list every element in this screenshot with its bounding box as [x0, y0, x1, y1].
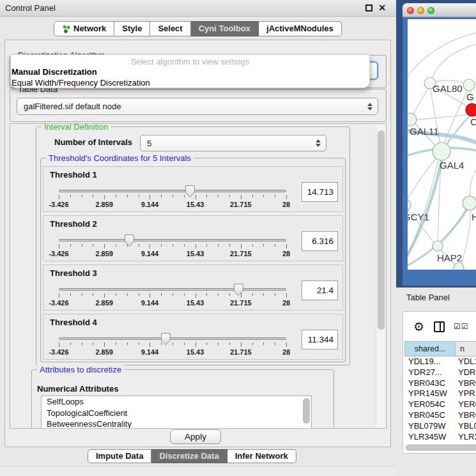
cell-name: YER0 [456, 399, 476, 410]
slider-tick-labels: -3.4262.8599.14415.4321.71528 [59, 250, 286, 257]
threshold-value-field[interactable]: 11.344 [302, 330, 338, 349]
table-horizontal-scrollbar[interactable] [405, 444, 476, 451]
slider-track[interactable] [59, 239, 286, 242]
bottom-tabbar: Impute Data Discretize Data Infer Networ… [88, 449, 296, 463]
network-view-window: GAL80GCGAL11GAL4GCY1HHAP2 [403, 3, 476, 286]
threshold-slider[interactable]: -3.4262.8599.14415.4321.71528 [59, 283, 286, 309]
table-row[interactable]: YBR045CYBR0 [404, 410, 476, 421]
table-rows: YDL19...YDL1YDR27...YDR2YBR043CYBR0YPR14… [404, 357, 476, 453]
minimize-traffic-light-icon[interactable] [417, 7, 424, 14]
cell-name: YDR2 [456, 367, 476, 378]
network-node-label: H [472, 211, 476, 222]
slider-track[interactable] [59, 337, 286, 340]
close-traffic-light-icon[interactable] [407, 7, 414, 14]
gear-icon[interactable]: ⚙ [413, 319, 424, 334]
popup-item-manual-discretization[interactable]: Manual Discretization [12, 67, 97, 77]
network-canvas[interactable]: GAL80GCGAL11GAL4GCY1HHAP2 [408, 19, 476, 270]
settings-vertical-scrollbar[interactable] [376, 125, 385, 427]
thresholds-stack: Threshold 1-3.4262.8599.14415.4321.71528… [41, 158, 345, 360]
attribute-list-item[interactable]: SelfLoops [42, 396, 311, 408]
tab-impute-data[interactable]: Impute Data [88, 449, 151, 463]
slider-ticks [59, 293, 286, 298]
threshold-panel-1: Threshold 1-3.4262.8599.14415.4321.71528… [43, 166, 343, 212]
network-graph: GAL80GCGAL11GAL4GCY1HHAP2 [408, 19, 476, 270]
tab-jactivemnodules[interactable]: jActiveMNodules [259, 21, 342, 36]
threshold-slider[interactable]: -3.4262.8599.14415.4321.71528 [59, 234, 286, 259]
attribute-list-item[interactable]: TopologicalCoefficient [42, 408, 311, 419]
threshold-value-field[interactable]: 14.713 [302, 182, 338, 202]
threshold-panel-4: Threshold 4-3.4262.8599.14415.4321.71528… [43, 314, 343, 360]
threshold-label: Threshold 2 [50, 219, 97, 229]
desktop-background: GAL80GCGAL11GAL4GCY1HHAP2 [396, 0, 476, 288]
network-node-gal4[interactable] [433, 142, 450, 160]
network-node-c[interactable] [466, 104, 476, 116]
slider-track[interactable] [59, 190, 286, 192]
zoom-traffic-light-icon[interactable] [427, 7, 434, 14]
network-window-titlebar [403, 3, 476, 17]
cell-name: YPR1 [456, 388, 476, 399]
tab-infer-network[interactable]: Infer Network [227, 449, 296, 463]
threshold-slider[interactable]: -3.4262.8599.14415.4321.71528 [59, 332, 286, 358]
threshold-slider[interactable]: -3.4262.8599.14415.4321.71528 [59, 185, 286, 210]
thresholds-group: Threshold's Coordinates for 5 Intervals … [40, 158, 346, 362]
columns-icon[interactable] [434, 321, 445, 332]
table-data-select[interactable]: galFiltered.sif default node [17, 98, 378, 115]
threshold-label: Threshold 4 [50, 318, 97, 327]
network-node[interactable] [454, 263, 464, 270]
table-data-selected-value: galFiltered.sif default node [24, 98, 121, 115]
threshold-panel-2: Threshold 2-3.4262.8599.14415.4321.71528… [43, 215, 343, 261]
cell-shared-name: YDL19... [404, 357, 456, 367]
table-toolbar: ⚙ ☑☑ [403, 312, 476, 341]
network-node-g[interactable] [463, 79, 475, 91]
network-node-gcy1[interactable] [408, 199, 411, 211]
tab-style[interactable]: Style [114, 21, 150, 36]
table-row[interactable]: YBL079WYBL0 [404, 421, 476, 432]
network-node-label: GAL11 [410, 126, 439, 137]
table-row[interactable]: YDR27...YDR2 [404, 367, 476, 378]
cell-shared-name: YPR145W [404, 388, 456, 399]
threshold-value-field[interactable]: 21.4 [302, 280, 338, 300]
tab-cyni-toolbox[interactable]: Cyni Toolbox [191, 21, 259, 36]
algorithm-popup-hint: Select algorithm to view settings [11, 57, 369, 66]
table-row[interactable]: YDL19...YDL1 [404, 357, 476, 367]
threshold-panel-3: Threshold 3-3.4262.8599.14415.4321.71528… [43, 265, 343, 311]
scrollbar-thumb[interactable] [378, 130, 385, 330]
popup-item-equal-width-frequency[interactable]: Equal Width/Frequency Discretization [12, 78, 150, 88]
slider-track[interactable] [59, 288, 286, 291]
tab-discretize-data[interactable]: Discretize Data [151, 449, 227, 463]
tab-select[interactable]: Select [150, 21, 190, 36]
cell-shared-name: YBL079W [404, 421, 456, 432]
attributes-list-scrollbar[interactable] [303, 398, 310, 424]
cell-shared-name: YER054C [404, 399, 456, 410]
network-node-gal11[interactable] [408, 113, 417, 126]
table-row[interactable]: YER054CYER0 [404, 399, 476, 410]
column-header-name[interactable]: n [456, 341, 476, 357]
settings-scrollpane: Interval Definition Number of Intervals … [10, 123, 387, 429]
tab-network[interactable]: Network [54, 21, 114, 36]
table-row[interactable]: YLR345WYLR3 [404, 432, 476, 443]
attribute-list-item[interactable]: BetweennessCentrality [42, 418, 311, 429]
slider-ticks [59, 342, 286, 348]
interval-definition-group: Interval Definition Number of Intervals … [36, 127, 350, 365]
control-panel-titlebar: Control Panel ✕ [0, 0, 396, 17]
float-window-icon[interactable] [365, 4, 372, 12]
number-of-intervals-select[interactable]: 5 [140, 135, 326, 151]
network-node-hap2[interactable] [433, 241, 443, 251]
table-row[interactable]: YPR145WYPR1 [404, 388, 476, 399]
network-node-h[interactable] [463, 196, 476, 210]
bottom-strip [0, 466, 396, 476]
cell-name: YBR0 [456, 378, 476, 389]
column-header-shared-name[interactable]: shared... [404, 341, 456, 357]
table-row[interactable]: YBR043CYBR0 [404, 378, 476, 389]
close-icon[interactable]: ✕ [378, 4, 386, 12]
cell-shared-name: YBR043C [404, 378, 456, 389]
scrollbar-thumb[interactable] [406, 445, 476, 450]
select-columns-checkboxes-icon[interactable]: ☑☑ [454, 322, 469, 331]
threshold-value-field[interactable]: 6.316 [302, 231, 338, 251]
numerical-attributes-heading: Numerical Attributes [37, 384, 118, 394]
numerical-attributes-list[interactable]: SelfLoopsTopologicalCoefficientBetweenne… [41, 395, 312, 429]
cell-name: YBR0 [456, 410, 476, 421]
network-icon [62, 25, 70, 33]
apply-button[interactable]: Apply [170, 429, 221, 444]
threshold-label: Threshold 3 [50, 268, 97, 278]
